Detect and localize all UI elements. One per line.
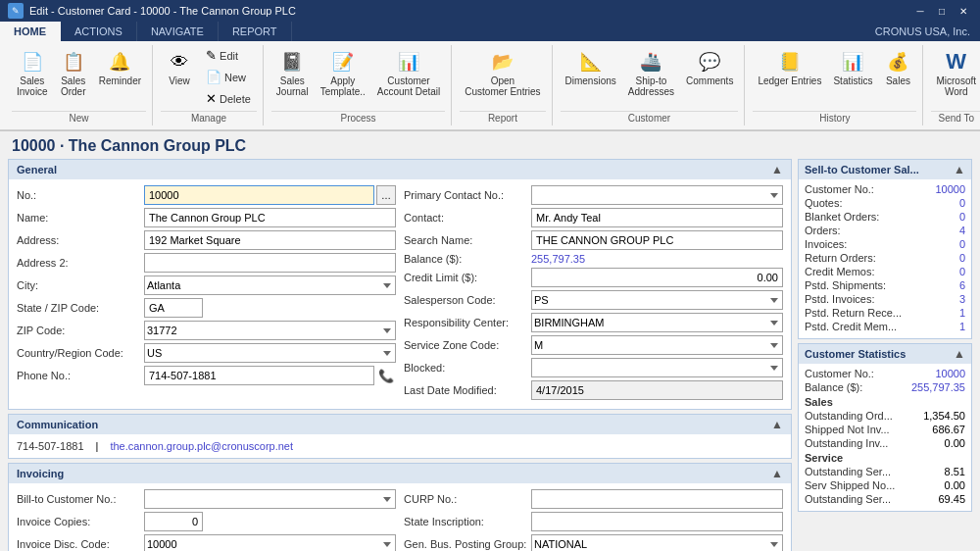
service-zone-select[interactable]: M bbox=[531, 335, 783, 355]
sell-to-invoices-label: Invoices: bbox=[805, 238, 911, 250]
tab-report[interactable]: REPORT bbox=[219, 22, 292, 41]
general-form-right: Primary Contact No.: Contact: bbox=[404, 185, 783, 403]
sales-journal-button[interactable]: 📓 SalesJournal bbox=[271, 45, 314, 100]
sell-to-invoices-value: 0 bbox=[911, 238, 965, 250]
address-label: Address: bbox=[17, 234, 144, 246]
address2-field bbox=[144, 253, 396, 273]
curp-input[interactable] bbox=[531, 489, 783, 509]
search-name-input[interactable] bbox=[531, 230, 783, 250]
comm-phone: 714-507-1881 bbox=[17, 440, 84, 452]
general-section-header[interactable]: General ▲ bbox=[9, 160, 791, 179]
new-button[interactable]: 📄 New bbox=[200, 67, 257, 87]
zipcode-select[interactable]: 31772 bbox=[144, 321, 396, 340]
close-button[interactable]: ✕ bbox=[955, 3, 972, 19]
ship-to-addresses-button[interactable]: 🚢 Ship-toAddresses bbox=[623, 45, 679, 100]
sales-history-button[interactable]: 💰 Sales bbox=[879, 45, 916, 89]
salesperson-select[interactable]: PS bbox=[531, 290, 783, 310]
balance-row: Balance ($): 255,797.35 bbox=[404, 253, 783, 265]
sell-to-orders-row: Orders: 4 bbox=[805, 225, 965, 236]
cust-stats-no-row: Customer No.: 10000 bbox=[805, 368, 965, 379]
contact-input[interactable] bbox=[531, 208, 783, 227]
bill-to-select[interactable] bbox=[144, 489, 396, 509]
state-inscription-row: State Inscription: bbox=[404, 512, 783, 531]
sell-to-stats-collapse-icon[interactable]: ▲ bbox=[954, 163, 965, 176]
edit-button[interactable]: ✎ Edit bbox=[200, 45, 257, 66]
invoicing-section-header[interactable]: Invoicing ▲ bbox=[9, 464, 791, 483]
communication-section-header[interactable]: Communication ▲ bbox=[9, 415, 791, 434]
country-select[interactable]: US bbox=[144, 343, 396, 363]
address-input[interactable] bbox=[144, 230, 396, 250]
credit-limit-input[interactable] bbox=[531, 268, 783, 287]
ship-to-icon: 🚢 bbox=[637, 48, 664, 75]
ribbon-group-manage-label: Manage bbox=[161, 111, 257, 124]
address2-input[interactable] bbox=[144, 253, 396, 273]
delete-button[interactable]: ✕ Delete bbox=[200, 88, 257, 109]
responsibility-field: BIRMINGHAM bbox=[531, 313, 783, 332]
minimize-button[interactable]: ─ bbox=[911, 3, 929, 19]
sell-to-quotes-label: Quotes: bbox=[805, 197, 911, 209]
maximize-button[interactable]: □ bbox=[933, 3, 951, 19]
reminder-button[interactable]: 🔔 Reminder bbox=[94, 45, 146, 89]
invoice-copies-field bbox=[144, 512, 396, 531]
customer-account-button[interactable]: 📊 CustomerAccount Detail bbox=[372, 45, 445, 100]
cust-stats-serv-shipped-row: Serv Shipped No... 0.00 bbox=[805, 479, 965, 491]
ribbon-group-new: 📄 SalesInvoice 📋 SalesOrder 🔔 Reminder N… bbox=[6, 45, 153, 125]
customer-stats-collapse-icon[interactable]: ▲ bbox=[954, 347, 965, 361]
no-input[interactable] bbox=[144, 185, 374, 205]
general-collapse-icon[interactable]: ▲ bbox=[771, 163, 783, 176]
dimensions-button[interactable]: 📐 Dimensions bbox=[561, 45, 621, 89]
responsibility-label: Responsibility Center: bbox=[404, 317, 531, 328]
phone-input[interactable] bbox=[144, 366, 374, 385]
sales-invoice-button[interactable]: 📄 SalesInvoice bbox=[12, 45, 53, 100]
page-content: 10000 · The Cannon Group PLC General ▲ N… bbox=[0, 131, 980, 551]
view-button[interactable]: 👁 View bbox=[161, 45, 198, 89]
city-field: Atlanta bbox=[144, 276, 396, 295]
invoice-disc-label: Invoice Disc. Code: bbox=[17, 538, 144, 550]
salesperson-row: Salesperson Code: PS bbox=[404, 290, 783, 310]
customer-stats-header[interactable]: Customer Statistics ▲ bbox=[799, 344, 971, 364]
sell-to-stats-header[interactable]: Sell-to Customer Sal... ▲ bbox=[799, 160, 971, 179]
phone-field: 📞 bbox=[144, 366, 396, 385]
gen-bus-select[interactable]: NATIONAL bbox=[531, 534, 783, 551]
sell-to-pstd-return-row: Pstd. Return Rece... 1 bbox=[805, 307, 965, 319]
sell-to-orders-label: Orders: bbox=[805, 225, 911, 236]
tab-navigate[interactable]: NAVIGATE bbox=[137, 22, 219, 41]
invoice-disc-select[interactable]: 10000 bbox=[144, 534, 396, 551]
comments-button[interactable]: 💬 Comments bbox=[681, 45, 738, 89]
apply-template-button[interactable]: 📝 ApplyTemplate.. bbox=[316, 45, 370, 100]
primary-contact-no-select[interactable] bbox=[531, 185, 783, 205]
name-input[interactable] bbox=[144, 208, 396, 227]
primary-contact-no-row: Primary Contact No.: bbox=[404, 185, 783, 205]
tab-actions[interactable]: ACTIONS bbox=[61, 22, 137, 41]
tab-home[interactable]: HOME bbox=[0, 22, 61, 41]
customer-stats-title: Customer Statistics bbox=[805, 348, 906, 360]
statistics-button[interactable]: 📊 Statistics bbox=[828, 45, 877, 89]
sell-to-credit-memos-label: Credit Memos: bbox=[805, 266, 911, 277]
sell-to-quotes-row: Quotes: 0 bbox=[805, 197, 965, 209]
invoicing-collapse-icon[interactable]: ▲ bbox=[771, 467, 783, 480]
ribbon-group-report-label: Report bbox=[460, 111, 545, 124]
last-date-row: Last Date Modified: bbox=[404, 380, 783, 400]
name-field bbox=[144, 208, 396, 227]
communication-collapse-icon[interactable]: ▲ bbox=[771, 418, 783, 431]
title-bar: ✎ Edit - Customer Card - 10000 - The Can… bbox=[0, 0, 980, 22]
sell-to-quotes-value: 0 bbox=[911, 197, 965, 209]
cust-stats-serv-shipped-label: Serv Shipped No... bbox=[805, 479, 911, 491]
sell-to-customer-no-row: Customer No.: 10000 bbox=[805, 183, 965, 195]
state-inscription-input[interactable] bbox=[531, 512, 783, 531]
city-select[interactable]: Atlanta bbox=[144, 276, 396, 295]
blocked-select[interactable] bbox=[531, 358, 783, 377]
ribbon-group-manage: 👁 View ✎ Edit 📄 New ✕ Delete bbox=[155, 45, 264, 125]
invoice-copies-input[interactable] bbox=[144, 512, 203, 531]
address2-row: Address 2: bbox=[17, 253, 396, 273]
state-input[interactable] bbox=[144, 298, 203, 318]
view-icon: 👁 bbox=[166, 48, 193, 75]
cust-stats-balance-value: 255,797.35 bbox=[911, 381, 965, 393]
responsibility-select[interactable]: BIRMINGHAM bbox=[531, 313, 783, 332]
sales-order-button[interactable]: 📋 SalesOrder bbox=[55, 45, 92, 100]
no-lookup-button[interactable]: … bbox=[376, 185, 396, 205]
ledger-entries-button[interactable]: 📒 Ledger Entries bbox=[753, 45, 826, 89]
microsoft-word-button[interactable]: W MicrosoftWord bbox=[931, 45, 980, 100]
open-customer-entries-button[interactable]: 📂 OpenCustomer Entries bbox=[460, 45, 545, 100]
page-header: 10000 · The Cannon Group PLC bbox=[0, 131, 980, 159]
